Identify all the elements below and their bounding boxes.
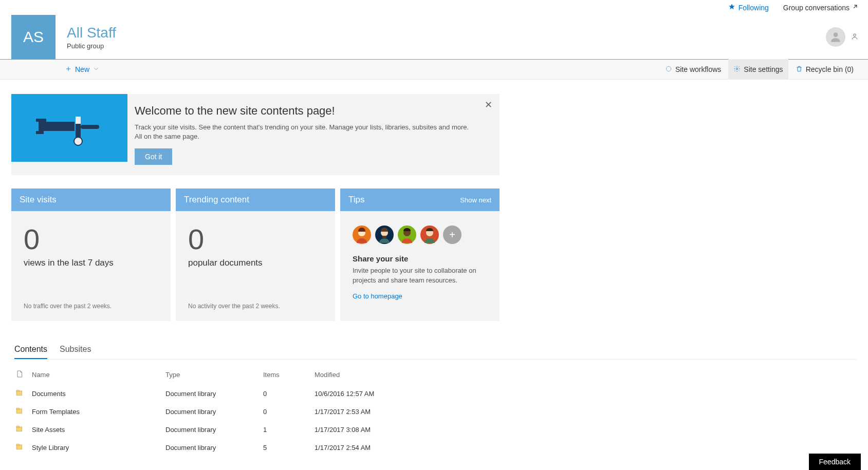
svg-marker-0 xyxy=(729,4,735,9)
new-button[interactable]: New xyxy=(65,65,100,74)
table-row[interactable]: Form TemplatesDocument library01/17/2017… xyxy=(11,403,756,421)
close-icon: ✕ xyxy=(485,100,492,110)
recycle-bin-label: Recycle bin (0) xyxy=(806,65,854,73)
col-name[interactable]: Name xyxy=(28,365,161,385)
row-type: Document library xyxy=(161,421,259,439)
following-label: Following xyxy=(738,4,769,12)
chevron-down-icon xyxy=(93,65,100,74)
go-to-homepage-link[interactable]: Go to homepage xyxy=(353,292,487,300)
col-items[interactable]: Items xyxy=(259,365,310,385)
close-welcome-button[interactable]: ✕ xyxy=(485,99,492,110)
site-settings-button[interactable]: Site settings xyxy=(728,59,788,80)
row-type: Document library xyxy=(161,385,259,403)
row-type: Document library xyxy=(161,403,259,421)
row-modified: 1/17/2017 2:53 AM xyxy=(310,403,756,421)
svg-rect-8 xyxy=(36,119,46,122)
tab-contents[interactable]: Contents xyxy=(14,342,47,359)
library-icon xyxy=(15,409,24,417)
tip-title: Share your site xyxy=(353,254,487,263)
plus-icon xyxy=(65,65,72,74)
svg-rect-26 xyxy=(16,444,19,446)
col-modified[interactable]: Modified xyxy=(310,365,756,385)
row-type: Document library xyxy=(161,439,259,457)
svg-point-2 xyxy=(854,34,856,36)
tip-desc: Invite people to your site to collaborat… xyxy=(353,266,487,285)
trending-footnote: No activity over the past 2 weeks. xyxy=(188,303,323,310)
trending-card: Trending content 0 popular documents No … xyxy=(176,189,335,321)
row-items: 5 xyxy=(259,439,310,457)
welcome-banner: Welcome to the new site contents page! T… xyxy=(11,94,500,175)
group-conversations-label: Group conversations xyxy=(783,4,849,12)
row-modified: 1/17/2017 3:08 AM xyxy=(310,421,756,439)
trending-value: 0 xyxy=(188,222,323,256)
site-workflows-label: Site workflows xyxy=(675,65,721,73)
svg-rect-9 xyxy=(36,131,44,134)
tips-header: Tips xyxy=(348,195,365,205)
table-row[interactable]: Style LibraryDocument library51/17/2017 … xyxy=(11,439,756,457)
row-items: 0 xyxy=(259,385,310,403)
svg-rect-20 xyxy=(16,390,19,392)
row-items: 0 xyxy=(259,403,310,421)
svg-rect-12 xyxy=(81,125,99,129)
site-logo-text: AS xyxy=(23,28,44,46)
feedback-button[interactable]: Feedback xyxy=(809,454,861,470)
gear-icon xyxy=(733,65,741,74)
workflow-icon xyxy=(665,65,672,74)
site-workflows-button[interactable]: Site workflows xyxy=(660,59,726,80)
svg-point-5 xyxy=(666,66,671,71)
welcome-body: Track your site visits. See the content … xyxy=(135,123,474,141)
recycle-bin-button[interactable]: Recycle bin (0) xyxy=(790,59,859,80)
row-modified: 10/6/2016 12:57 AM xyxy=(310,385,756,403)
library-icon xyxy=(15,391,24,399)
site-subtitle: Public group xyxy=(67,42,116,50)
site-visits-footnote: No traffic over the past 2 weeks. xyxy=(24,303,158,310)
site-logo[interactable]: AS xyxy=(11,15,56,59)
site-visits-header: Site visits xyxy=(11,189,171,211)
svg-point-11 xyxy=(74,137,82,145)
svg-point-1 xyxy=(834,32,838,37)
row-name: Site Assets xyxy=(28,421,161,439)
tips-card: Tips Show next xyxy=(340,189,500,321)
tab-subsites[interactable]: Subsites xyxy=(60,342,91,359)
welcome-title: Welcome to the new site contents page! xyxy=(135,104,474,118)
tip-avatar-4 xyxy=(420,225,439,244)
trending-header: Trending content xyxy=(176,189,335,211)
site-visits-card: Site visits 0 views in the last 7 days N… xyxy=(11,189,171,321)
external-link-icon xyxy=(852,3,859,12)
tip-avatar-2 xyxy=(375,225,394,244)
file-icon xyxy=(15,372,24,380)
site-settings-label: Site settings xyxy=(744,65,783,73)
tip-avatar-3 xyxy=(398,225,416,244)
row-name: Documents xyxy=(28,385,161,403)
row-modified: 1/17/2017 2:54 AM xyxy=(310,439,756,457)
following-link[interactable]: Following xyxy=(728,3,769,12)
library-icon xyxy=(15,445,24,453)
group-conversations-link[interactable]: Group conversations xyxy=(783,3,859,12)
table-row[interactable]: Site AssetsDocument library11/17/2017 3:… xyxy=(11,421,756,439)
col-type[interactable]: Type xyxy=(161,365,259,385)
contents-table: Name Type Items Modified DocumentsDocume… xyxy=(11,365,756,457)
svg-rect-22 xyxy=(16,408,19,410)
got-it-button[interactable]: Got it xyxy=(135,148,172,165)
table-row[interactable]: DocumentsDocument library010/6/2016 12:5… xyxy=(11,385,756,403)
members-icon[interactable] xyxy=(851,32,859,42)
site-visits-label: views in the last 7 days xyxy=(24,258,158,268)
plus-icon: + xyxy=(449,229,455,241)
svg-rect-16 xyxy=(382,236,386,238)
show-next-button[interactable]: Show next xyxy=(460,196,491,204)
add-people-button[interactable]: + xyxy=(443,225,461,244)
new-label: New xyxy=(75,65,89,73)
svg-rect-7 xyxy=(39,122,75,131)
trash-icon xyxy=(796,65,803,74)
row-items: 1 xyxy=(259,421,310,439)
welcome-illustration xyxy=(11,94,127,162)
user-avatar[interactable] xyxy=(826,27,845,47)
site-visits-value: 0 xyxy=(24,222,158,256)
site-title[interactable]: All Staff xyxy=(67,25,116,41)
tip-avatar-1 xyxy=(353,225,371,244)
svg-rect-24 xyxy=(16,426,19,428)
trending-label: popular documents xyxy=(188,258,323,268)
svg-rect-13 xyxy=(76,117,81,124)
star-icon xyxy=(728,3,735,12)
row-name: Form Templates xyxy=(28,403,161,421)
